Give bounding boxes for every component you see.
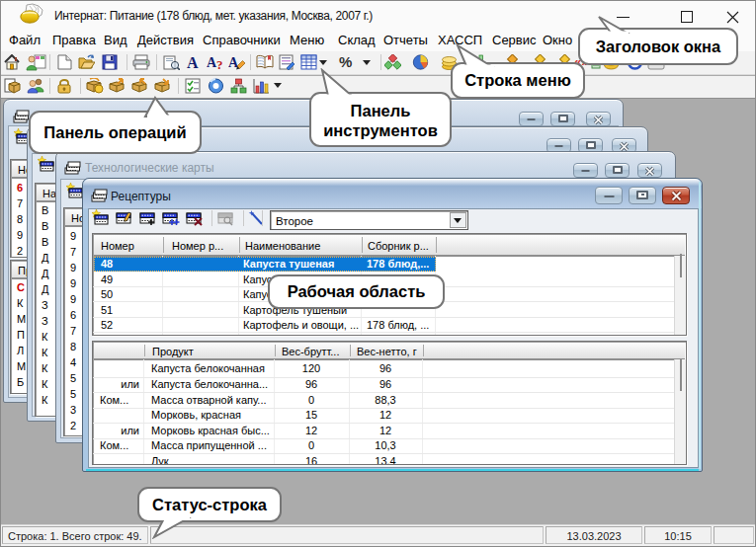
svg-text:А: А	[187, 54, 199, 70]
svg-text:?: ?	[216, 57, 223, 70]
